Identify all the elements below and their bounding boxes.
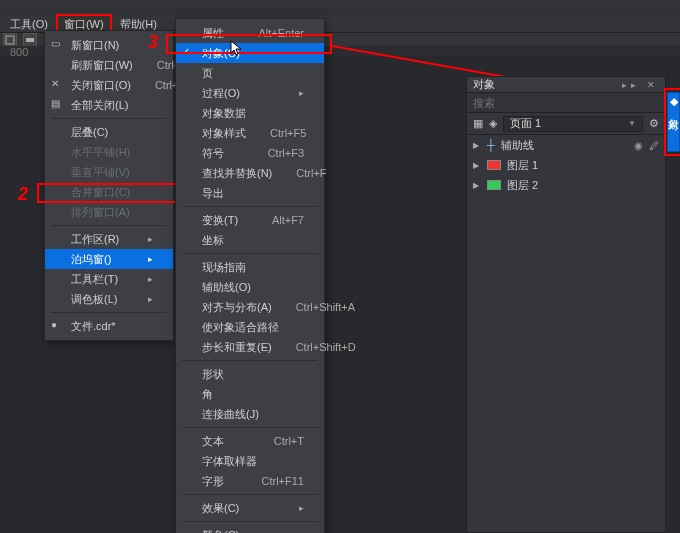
mi-conn-curve[interactable]: 连接曲线(J) [176, 404, 324, 424]
expand-icon[interactable]: ▶ [473, 141, 481, 150]
mi-glyph-sampler[interactable]: 字体取样器 [176, 451, 324, 471]
mi-shape[interactable]: 形状 [176, 364, 324, 384]
mi-page[interactable]: 页 [176, 63, 324, 83]
gear-icon[interactable]: ⚙ [649, 117, 659, 130]
expand-icon[interactable]: ▶ [473, 181, 481, 190]
docker-controls[interactable]: ▸▸ ✕ [622, 80, 659, 90]
layers-icon[interactable]: ◈ [489, 117, 497, 130]
expand-icon[interactable]: ▶ [473, 161, 481, 170]
layer-label: 图层 2 [507, 178, 538, 193]
annotation-box-3 [166, 34, 332, 54]
mi-obj-styles[interactable]: 对象样式Ctrl+F5 [176, 123, 324, 143]
chevron-right-icon: ▸ [275, 88, 304, 98]
mi-tile-h[interactable]: 水平平铺(H) [45, 142, 173, 162]
mi-guides[interactable]: 辅助线(O) [176, 277, 324, 297]
guides-icon: ┼ [487, 139, 495, 151]
toolbar-btn-2[interactable] [23, 33, 37, 47]
mi-glyph[interactable]: 字形Ctrl+F11 [176, 471, 324, 491]
layer-label: 辅助线 [501, 138, 534, 153]
mi-close-window[interactable]: ✕关闭窗口(O)Ctrl+F4 [45, 75, 173, 95]
mi-export[interactable]: 导出 [176, 183, 324, 203]
docker-search [467, 93, 665, 113]
toolbar-btn-1[interactable] [3, 33, 17, 47]
annotation-number-2: 2 [18, 184, 28, 205]
layer-2[interactable]: ▶ 图层 2 [467, 175, 665, 195]
layer-guides[interactable]: ▶ ┼ 辅助线 ◉ 🖉 [467, 135, 665, 155]
color-swatch [487, 180, 501, 190]
search-input[interactable] [473, 97, 659, 109]
objects-docker: 对象 ▸▸ ✕ ▦ ◈ 页面 1▼ ⚙ ▶ ┼ 辅助线 ◉ 🖉 ▶ 图层 1 ▶… [466, 76, 666, 533]
annotation-number-3: 3 [148, 32, 158, 53]
mi-corner[interactable]: 角 [176, 384, 324, 404]
docker-toolbar: ▦ ◈ 页面 1▼ ⚙ [467, 113, 665, 135]
mi-refresh-window[interactable]: 刷新窗口(W)Ctrl+W [45, 55, 173, 75]
mi-arrange-win[interactable]: 排列窗口(A) [45, 202, 173, 222]
mi-text[interactable]: 文本Ctrl+T [176, 431, 324, 451]
docker-tab-bar: 对象 ▸▸ ✕ [467, 77, 665, 93]
mi-colors[interactable]: 颜色(C) [176, 525, 324, 533]
chevron-right-icon: ▸ [124, 234, 153, 244]
chevron-right-icon: ▸ [124, 254, 153, 264]
mi-obj-data[interactable]: 对象数据 [176, 103, 324, 123]
annotation-box-dock [664, 88, 680, 156]
mi-tile-v[interactable]: 垂直平铺(V) [45, 162, 173, 182]
svg-rect-1 [26, 38, 34, 42]
closeall-icon: ▤ [51, 98, 60, 109]
mi-cascade[interactable]: 层叠(C) [45, 122, 173, 142]
mi-coords[interactable]: 坐标 [176, 230, 324, 250]
mi-fit-path[interactable]: 使对象适合路径 [176, 317, 324, 337]
lock-icon[interactable]: 🖉 [649, 140, 659, 151]
mi-close-all[interactable]: ▤全部关闭(L) [45, 95, 173, 115]
mi-align-dist[interactable]: 对齐与分布(A)Ctrl+Shift+A [176, 297, 324, 317]
bullet-icon: ● [51, 319, 57, 330]
mi-dockers[interactable]: 泊坞窗()▸ [45, 249, 173, 269]
mi-field-guide[interactable]: 现场指南 [176, 257, 324, 277]
mi-doc[interactable]: ●文件.cdr* [45, 316, 173, 336]
chevron-right-icon: ▸ [124, 294, 153, 304]
layer-label: 图层 1 [507, 158, 538, 173]
layer-1[interactable]: ▶ 图层 1 [467, 155, 665, 175]
chevron-right-icon: ▸ [275, 503, 304, 513]
window-icon: ▭ [51, 38, 60, 49]
mi-symbols[interactable]: 符号Ctrl+F3 [176, 143, 324, 163]
dockers-submenu: 属性Alt+Enter ✓对象(O) 页 过程(O)▸ 对象数据 对象样式Ctr… [175, 18, 325, 533]
mi-effects[interactable]: 效果(C)▸ [176, 498, 324, 518]
mi-step-repeat[interactable]: 步长和重复(E)Ctrl+Shift+D [176, 337, 324, 357]
mi-workspace[interactable]: 工作区(R)▸ [45, 229, 173, 249]
chevron-right-icon: ▸ [124, 274, 153, 284]
page-select[interactable]: 页面 1▼ [503, 116, 643, 132]
mi-palettes[interactable]: 调色板(L)▸ [45, 289, 173, 309]
page-icon[interactable]: ▦ [473, 117, 483, 130]
annotation-box-2 [37, 183, 179, 203]
close-icon: ✕ [51, 78, 59, 89]
chevron-down-icon: ▼ [628, 119, 636, 128]
eye-icon[interactable]: ◉ [634, 140, 643, 151]
color-swatch [487, 160, 501, 170]
docker-title[interactable]: 对象 [473, 77, 495, 92]
mi-process[interactable]: 过程(O)▸ [176, 83, 324, 103]
mi-toolbars[interactable]: 工具栏(T)▸ [45, 269, 173, 289]
svg-rect-0 [6, 36, 14, 44]
mi-find-replace[interactable]: 查找并替换(N)Ctrl+F [176, 163, 324, 183]
mi-transform[interactable]: 变换(T)Alt+F7 [176, 210, 324, 230]
